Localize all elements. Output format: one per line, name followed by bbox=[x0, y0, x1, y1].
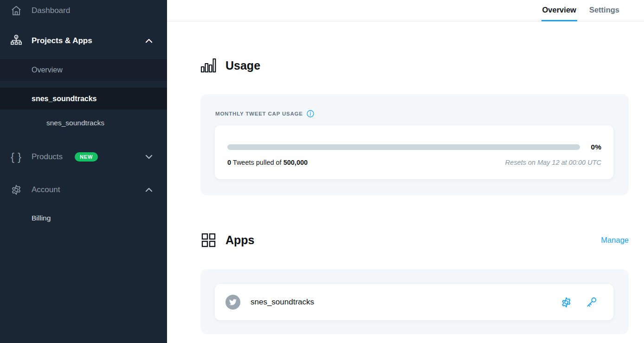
cap-label-row: MONTHLY TWEET CAP USAGE bbox=[215, 110, 629, 117]
sidebar-item-project[interactable]: snes_soundtracks bbox=[0, 88, 167, 110]
info-icon[interactable] bbox=[307, 110, 314, 117]
sidebar-item-label: snes_soundtracks bbox=[46, 119, 104, 127]
chevron-down-icon bbox=[144, 152, 154, 162]
tab-overview[interactable]: Overview bbox=[541, 0, 577, 21]
gear-icon bbox=[9, 183, 23, 197]
main-header: Overview Settings bbox=[167, 0, 644, 21]
usage-stats-row: 0 Tweets pulled of 500,000 Resets on May… bbox=[227, 159, 601, 166]
chevron-up-icon bbox=[144, 36, 154, 46]
sidebar-item-label: snes_soundtracks bbox=[32, 95, 97, 103]
apps-card: snes_soundtracks bbox=[200, 269, 629, 334]
home-icon bbox=[9, 4, 23, 18]
app-actions bbox=[560, 296, 598, 309]
sidebar-item-billing[interactable]: Billing bbox=[0, 207, 167, 229]
sidebar-item-account[interactable]: Account bbox=[0, 179, 167, 201]
sidebar-item-label: Overview bbox=[32, 66, 63, 74]
sidebar-item-label: Billing bbox=[32, 214, 51, 222]
braces-icon: { } bbox=[9, 150, 23, 164]
sidebar-item-label: Dashboard bbox=[32, 6, 70, 15]
grid-icon bbox=[200, 231, 216, 249]
reset-date-text: Resets on May 12 at 00:00 UTC bbox=[505, 159, 601, 166]
usage-percent: 0% bbox=[591, 143, 601, 151]
apps-section-header: Apps Manage bbox=[200, 231, 629, 249]
usage-inner-card: 0% 0 Tweets pulled of 500,000 Resets on … bbox=[215, 125, 613, 179]
sitemap-icon bbox=[9, 34, 23, 48]
tweets-pulled-text: 0 Tweets pulled of 500,000 bbox=[227, 159, 308, 166]
usage-card: MONTHLY TWEET CAP USAGE 0% 0 Tweets pull… bbox=[200, 94, 629, 195]
progress-row: 0% bbox=[227, 143, 601, 151]
tweets-pulled-count: 0 bbox=[227, 159, 231, 166]
tweet-cap-progress-bar bbox=[227, 144, 580, 150]
app-keys-icon[interactable] bbox=[585, 296, 598, 309]
tweets-pulled-label: Tweets pulled of bbox=[231, 159, 283, 166]
tweets-cap-value: 500,000 bbox=[283, 159, 308, 166]
app-row: snes_soundtracks bbox=[215, 284, 613, 320]
tab-bar: Overview Settings bbox=[541, 0, 620, 21]
manage-link[interactable]: Manage bbox=[601, 236, 629, 245]
usage-section-header: Usage bbox=[200, 57, 629, 74]
twitter-icon bbox=[225, 295, 240, 310]
apps-title: Apps bbox=[225, 233, 255, 247]
sidebar-item-dashboard[interactable]: Dashboard bbox=[0, 0, 167, 21]
sidebar-item-label: Projects & Apps bbox=[32, 36, 92, 45]
sidebar: Dashboard Projects & Apps bbox=[0, 0, 167, 343]
sidebar-item-overview[interactable]: Overview bbox=[0, 59, 167, 81]
new-badge: NEW bbox=[75, 152, 98, 162]
usage-title: Usage bbox=[225, 59, 260, 72]
sidebar-item-label: Account bbox=[32, 185, 60, 194]
bar-chart-icon bbox=[200, 57, 216, 74]
cap-label: MONTHLY TWEET CAP USAGE bbox=[215, 111, 303, 116]
app-settings-gear-icon[interactable] bbox=[560, 296, 573, 309]
developer-portal: Dashboard Projects & Apps bbox=[0, 0, 644, 343]
app-name: snes_soundtracks bbox=[251, 298, 314, 307]
sidebar-item-projects-apps[interactable]: Projects & Apps bbox=[0, 30, 167, 52]
chevron-up-icon bbox=[144, 185, 154, 195]
sidebar-item-products[interactable]: { } Products NEW bbox=[0, 146, 167, 168]
tab-settings[interactable]: Settings bbox=[588, 0, 620, 21]
sidebar-item-label: Products bbox=[32, 152, 63, 162]
sidebar-item-project-app[interactable]: snes_soundtracks bbox=[0, 112, 167, 133]
